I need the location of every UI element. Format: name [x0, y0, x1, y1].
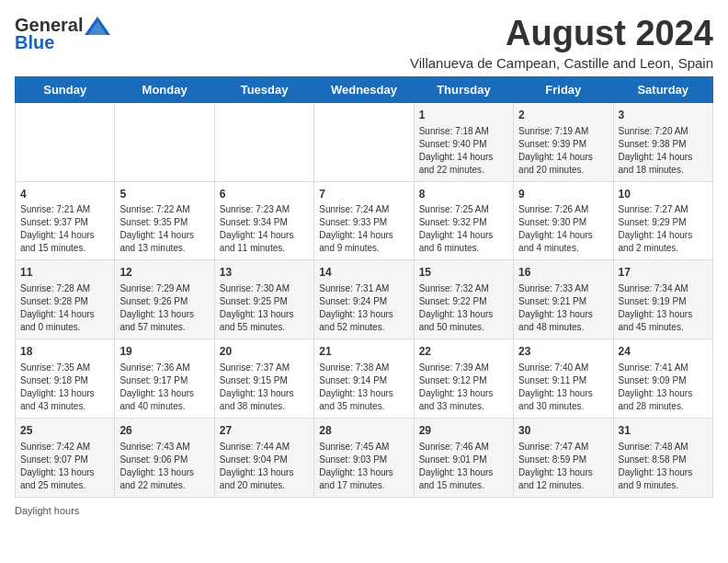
week-row-4: 18Sunrise: 7:35 AMSunset: 9:18 PMDayligh… [16, 339, 713, 419]
day-number: 29 [419, 423, 508, 439]
day-info: Sunrise: 7:40 AMSunset: 9:11 PMDaylight:… [518, 362, 608, 413]
day-number: 11 [20, 265, 109, 281]
day-info: Sunrise: 7:35 AMSunset: 9:18 PMDaylight:… [20, 362, 109, 413]
calendar-cell [214, 102, 313, 181]
day-info: Sunrise: 7:36 AMSunset: 9:17 PMDaylight:… [119, 362, 209, 413]
day-number: 30 [518, 423, 608, 439]
day-info: Sunrise: 7:18 AMSunset: 9:40 PMDaylight:… [419, 125, 508, 177]
header: General Blue August 2024 Villanueva de C… [15, 15, 713, 71]
calendar-cell: 25Sunrise: 7:42 AMSunset: 9:07 PMDayligh… [16, 418, 115, 497]
day-number: 13 [220, 265, 309, 281]
calendar-cell: 29Sunrise: 7:46 AMSunset: 9:01 PMDayligh… [414, 418, 513, 497]
day-info: Sunrise: 7:43 AMSunset: 9:06 PMDaylight:… [119, 441, 209, 492]
day-info: Sunrise: 7:38 AMSunset: 9:14 PMDaylight:… [319, 362, 408, 413]
header-day-monday: Monday [115, 76, 214, 102]
day-info: Sunrise: 7:41 AMSunset: 9:09 PMDaylight:… [619, 362, 708, 413]
header-row: SundayMondayTuesdayWednesdayThursdayFrid… [16, 76, 713, 102]
calendar-cell: 12Sunrise: 7:29 AMSunset: 9:26 PMDayligh… [115, 260, 214, 339]
calendar-cell: 5Sunrise: 7:22 AMSunset: 9:35 PMDaylight… [115, 181, 214, 260]
calendar-cell: 18Sunrise: 7:35 AMSunset: 9:18 PMDayligh… [16, 339, 115, 419]
calendar-cell: 4Sunrise: 7:21 AMSunset: 9:37 PMDaylight… [16, 181, 115, 260]
day-number: 4 [20, 187, 109, 202]
logo-triangle-icon [85, 17, 110, 35]
calendar-cell: 10Sunrise: 7:27 AMSunset: 9:29 PMDayligh… [613, 181, 712, 260]
calendar-cell: 21Sunrise: 7:38 AMSunset: 9:14 PMDayligh… [314, 339, 414, 419]
day-info: Sunrise: 7:39 AMSunset: 9:12 PMDaylight:… [419, 362, 508, 413]
calendar-cell: 3Sunrise: 7:20 AMSunset: 9:38 PMDaylight… [613, 102, 712, 181]
calendar-cell: 24Sunrise: 7:41 AMSunset: 9:09 PMDayligh… [613, 339, 712, 419]
calendar-cell: 14Sunrise: 7:31 AMSunset: 9:24 PMDayligh… [314, 260, 414, 339]
header-day-tuesday: Tuesday [214, 76, 313, 102]
day-info: Sunrise: 7:21 AMSunset: 9:37 PMDaylight:… [20, 203, 109, 255]
week-row-3: 11Sunrise: 7:28 AMSunset: 9:28 PMDayligh… [16, 260, 713, 339]
week-row-2: 4Sunrise: 7:21 AMSunset: 9:37 PMDaylight… [16, 181, 713, 260]
day-info: Sunrise: 7:37 AMSunset: 9:15 PMDaylight:… [220, 362, 309, 413]
day-info: Sunrise: 7:24 AMSunset: 9:33 PMDaylight:… [319, 203, 408, 255]
calendar-cell: 19Sunrise: 7:36 AMSunset: 9:17 PMDayligh… [115, 339, 214, 419]
day-number: 18 [20, 344, 109, 360]
calendar-cell: 20Sunrise: 7:37 AMSunset: 9:15 PMDayligh… [214, 339, 313, 419]
calendar-cell: 27Sunrise: 7:44 AMSunset: 9:04 PMDayligh… [214, 418, 313, 497]
day-number: 19 [119, 344, 209, 360]
header-day-friday: Friday [514, 76, 613, 102]
day-number: 24 [619, 344, 708, 360]
day-number: 1 [419, 108, 508, 123]
day-number: 23 [518, 344, 608, 360]
day-info: Sunrise: 7:26 AMSunset: 9:30 PMDaylight:… [518, 203, 608, 255]
header-day-wednesday: Wednesday [314, 76, 414, 102]
logo: General Blue [15, 15, 112, 53]
day-info: Sunrise: 7:47 AMSunset: 8:59 PMDaylight:… [518, 441, 608, 492]
day-info: Sunrise: 7:33 AMSunset: 9:21 PMDaylight:… [518, 282, 608, 334]
day-info: Sunrise: 7:22 AMSunset: 9:35 PMDaylight:… [119, 203, 209, 255]
day-number: 8 [419, 187, 508, 202]
calendar-cell: 17Sunrise: 7:34 AMSunset: 9:19 PMDayligh… [613, 260, 712, 339]
day-number: 5 [119, 187, 209, 202]
day-info: Sunrise: 7:32 AMSunset: 9:22 PMDaylight:… [419, 282, 508, 334]
title-area: August 2024 Villanueva de Campean, Casti… [410, 15, 713, 71]
day-info: Sunrise: 7:34 AMSunset: 9:19 PMDaylight:… [619, 282, 708, 334]
week-row-1: 1Sunrise: 7:18 AMSunset: 9:40 PMDaylight… [16, 102, 713, 181]
month-year-title: August 2024 [410, 15, 713, 53]
day-info: Sunrise: 7:31 AMSunset: 9:24 PMDaylight:… [319, 282, 408, 334]
calendar-cell: 16Sunrise: 7:33 AMSunset: 9:21 PMDayligh… [514, 260, 613, 339]
day-info: Sunrise: 7:28 AMSunset: 9:28 PMDaylight:… [20, 282, 109, 334]
calendar-header: SundayMondayTuesdayWednesdayThursdayFrid… [16, 76, 713, 102]
day-info: Sunrise: 7:42 AMSunset: 9:07 PMDaylight:… [20, 441, 109, 492]
day-number: 25 [20, 423, 109, 439]
day-number: 9 [518, 187, 608, 202]
day-info: Sunrise: 7:46 AMSunset: 9:01 PMDaylight:… [419, 441, 508, 492]
day-info: Sunrise: 7:45 AMSunset: 9:03 PMDaylight:… [319, 441, 408, 492]
day-number: 6 [220, 187, 309, 202]
day-info: Sunrise: 7:27 AMSunset: 9:29 PMDaylight:… [619, 203, 708, 255]
day-number: 21 [319, 344, 408, 360]
footer-note: Daylight hours [15, 505, 713, 516]
day-number: 12 [119, 265, 209, 281]
calendar-cell: 13Sunrise: 7:30 AMSunset: 9:25 PMDayligh… [214, 260, 313, 339]
calendar-cell: 9Sunrise: 7:26 AMSunset: 9:30 PMDaylight… [514, 181, 613, 260]
day-info: Sunrise: 7:25 AMSunset: 9:32 PMDaylight:… [419, 203, 508, 255]
day-info: Sunrise: 7:19 AMSunset: 9:39 PMDaylight:… [518, 125, 608, 177]
calendar-cell: 31Sunrise: 7:48 AMSunset: 8:58 PMDayligh… [613, 418, 712, 497]
day-number: 16 [518, 265, 608, 281]
day-number: 26 [119, 423, 209, 439]
day-info: Sunrise: 7:44 AMSunset: 9:04 PMDaylight:… [220, 441, 309, 492]
calendar-body: 1Sunrise: 7:18 AMSunset: 9:40 PMDaylight… [16, 102, 713, 497]
day-info: Sunrise: 7:23 AMSunset: 9:34 PMDaylight:… [220, 203, 309, 255]
day-info: Sunrise: 7:20 AMSunset: 9:38 PMDaylight:… [619, 125, 708, 177]
calendar-cell [16, 102, 115, 181]
calendar-table: SundayMondayTuesdayWednesdayThursdayFrid… [15, 76, 713, 498]
calendar-cell: 6Sunrise: 7:23 AMSunset: 9:34 PMDaylight… [214, 181, 313, 260]
calendar-cell: 23Sunrise: 7:40 AMSunset: 9:11 PMDayligh… [514, 339, 613, 419]
day-number: 22 [419, 344, 508, 360]
calendar-cell: 28Sunrise: 7:45 AMSunset: 9:03 PMDayligh… [314, 418, 414, 497]
calendar-cell: 11Sunrise: 7:28 AMSunset: 9:28 PMDayligh… [16, 260, 115, 339]
day-number: 20 [220, 344, 309, 360]
calendar-cell: 2Sunrise: 7:19 AMSunset: 9:39 PMDaylight… [514, 102, 613, 181]
calendar-cell: 15Sunrise: 7:32 AMSunset: 9:22 PMDayligh… [414, 260, 513, 339]
calendar-cell: 8Sunrise: 7:25 AMSunset: 9:32 PMDaylight… [414, 181, 513, 260]
day-info: Sunrise: 7:48 AMSunset: 8:58 PMDaylight:… [619, 441, 708, 492]
day-number: 3 [619, 108, 708, 123]
day-info: Sunrise: 7:30 AMSunset: 9:25 PMDaylight:… [220, 282, 309, 334]
day-number: 28 [319, 423, 408, 439]
day-number: 31 [619, 423, 708, 439]
